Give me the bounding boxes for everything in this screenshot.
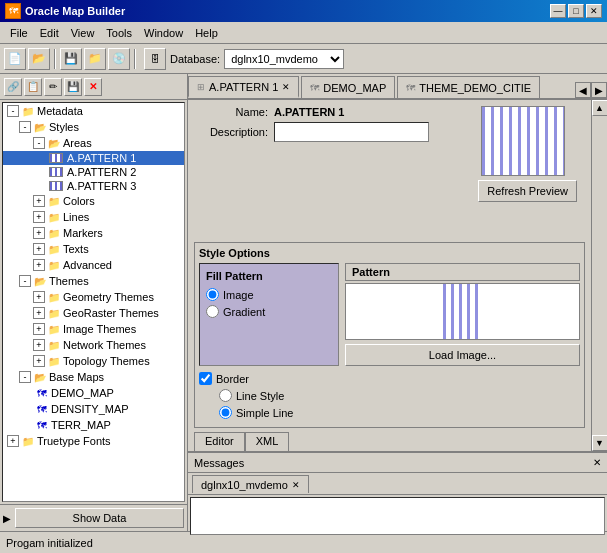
tree-node-metadata[interactable]: - 📁 Metadata — [3, 103, 184, 119]
tree-node-demo-map[interactable]: 🗺 DEMO_MAP — [3, 385, 184, 401]
new-button[interactable]: 📄 — [4, 48, 26, 70]
maximize-button[interactable]: □ — [568, 4, 584, 18]
db-dropdown[interactable]: dglnx10_mvdemo — [224, 49, 344, 69]
folder-button[interactable]: 📁 — [84, 48, 106, 70]
tree-node-topology-themes[interactable]: + 📁 Topology Themes — [3, 353, 184, 369]
expand-markers[interactable]: + — [33, 227, 45, 239]
status-text: Progam initialized — [6, 537, 93, 549]
tree-node-image-themes[interactable]: + 📁 Image Themes — [3, 321, 184, 337]
border-checkbox-row: Border — [199, 372, 580, 385]
msg-tab-db[interactable]: dglnx10_mvdemo ✕ — [192, 475, 309, 493]
menu-edit[interactable]: Edit — [34, 25, 65, 41]
description-input[interactable] — [274, 122, 429, 142]
folder-colors-icon: 📁 — [47, 194, 61, 208]
map-terr-icon: 🗺 — [35, 418, 49, 432]
tree-node-styles[interactable]: - 📂 Styles — [3, 119, 184, 135]
tree-node-texts[interactable]: + 📁 Texts — [3, 241, 184, 257]
tree-node-georaster-themes[interactable]: + 📁 GeoRaster Themes — [3, 305, 184, 321]
radio-line-style[interactable] — [219, 389, 232, 402]
tree-node-terr-map[interactable]: 🗺 TERR_MAP — [3, 417, 184, 433]
radio-gradient[interactable] — [206, 305, 219, 318]
pattern-preview-inner — [482, 107, 564, 175]
tree-label-pattern2: A.PATTERN 2 — [67, 166, 136, 178]
tab-pattern1[interactable]: ⊞ A.PATTERN 1 ✕ — [188, 76, 299, 98]
menu-tools[interactable]: Tools — [100, 25, 138, 41]
expand-areas[interactable]: - — [33, 137, 45, 149]
tree-label-pattern1: A.PATTERN 1 — [67, 152, 136, 164]
tab-demo-map[interactable]: 🗺 DEMO_MAP — [301, 76, 395, 98]
show-data-button[interactable]: Show Data — [15, 508, 184, 528]
expand-lines[interactable]: + — [33, 211, 45, 223]
tab-pattern1-close[interactable]: ✕ — [282, 82, 290, 92]
load-image-button[interactable]: Load Image... — [345, 344, 580, 366]
close-button[interactable]: ✕ — [586, 4, 602, 18]
menu-help[interactable]: Help — [189, 25, 224, 41]
style-options-group: Style Options Fill Pattern Image Gradi — [194, 242, 585, 428]
tree-node-advanced[interactable]: + 📁 Advanced — [3, 257, 184, 273]
expand-themes[interactable]: - — [19, 275, 31, 287]
radio-gradient-label: Gradient — [223, 306, 265, 318]
expand-image-themes[interactable]: + — [33, 323, 45, 335]
tree-node-colors[interactable]: + 📁 Colors — [3, 193, 184, 209]
tree-node-pattern3[interactable]: A.PATTERN 3 — [3, 179, 184, 193]
radio-simple-line[interactable] — [219, 406, 232, 419]
border-checkbox[interactable] — [199, 372, 212, 385]
tree-btn-2[interactable]: 📋 — [24, 78, 42, 96]
tree-node-density-map[interactable]: 🗺 DENSITY_MAP — [3, 401, 184, 417]
tree-node-lines[interactable]: + 📁 Lines — [3, 209, 184, 225]
folder-basemaps-icon: 📂 — [33, 370, 47, 384]
expand-georaster-themes[interactable]: + — [33, 307, 45, 319]
tree-node-basemaps[interactable]: - 📂 Base Maps — [3, 369, 184, 385]
disk-button[interactable]: 💿 — [108, 48, 130, 70]
tab-nav-right[interactable]: ▶ — [591, 82, 607, 98]
tree-node-geo-themes[interactable]: + 📁 Geometry Themes — [3, 289, 184, 305]
tree-node-network-themes[interactable]: + 📁 Network Themes — [3, 337, 184, 353]
tree-btn-4[interactable]: 💾 — [64, 78, 82, 96]
expand-network-themes[interactable]: + — [33, 339, 45, 351]
show-data-icon: ▶ — [3, 513, 11, 524]
scroll-up-button[interactable]: ▲ — [592, 100, 608, 116]
messages-close-icon[interactable]: ✕ — [593, 457, 601, 468]
tree-node-fonts[interactable]: + 📁 Truetype Fonts — [3, 433, 184, 449]
expand-basemaps[interactable]: - — [19, 371, 31, 383]
tree-btn-delete[interactable]: ✕ — [84, 78, 102, 96]
tree-node-markers[interactable]: + 📁 Markers — [3, 225, 184, 241]
tab-pattern1-grid-icon: ⊞ — [197, 82, 205, 92]
tab-theme-demo[interactable]: 🗺 THEME_DEMO_CITIE — [397, 76, 540, 98]
folder-texts-icon: 📁 — [47, 242, 61, 256]
tab-editor[interactable]: Editor — [194, 432, 245, 451]
expand-styles[interactable]: - — [19, 121, 31, 133]
expand-metadata[interactable]: - — [7, 105, 19, 117]
title-bar-controls: — □ ✕ — [550, 4, 602, 18]
open-button[interactable]: 📂 — [28, 48, 50, 70]
tree-node-themes[interactable]: - 📂 Themes — [3, 273, 184, 289]
expand-advanced[interactable]: + — [33, 259, 45, 271]
tree-label-image-themes: Image Themes — [63, 323, 136, 335]
toolbar: 📄 📂 💾 📁 💿 🗄 Database: dglnx10_mvdemo — [0, 44, 607, 74]
tree-node-areas[interactable]: - 📂 Areas — [3, 135, 184, 151]
refresh-preview-button[interactable]: Refresh Preview — [478, 180, 577, 202]
menu-view[interactable]: View — [65, 25, 101, 41]
expand-topology-themes[interactable]: + — [33, 355, 45, 367]
tab-xml[interactable]: XML — [245, 432, 290, 451]
expand-geo-themes[interactable]: + — [33, 291, 45, 303]
radio-image[interactable] — [206, 288, 219, 301]
content-wrapper: Name: A.PATTERN 1 Description: Refresh P… — [188, 100, 607, 451]
tab-nav-left[interactable]: ◀ — [575, 82, 591, 98]
tree-label-areas: Areas — [63, 137, 92, 149]
tree-btn-1[interactable]: 🔗 — [4, 78, 22, 96]
tree-btn-3[interactable]: ✏ — [44, 78, 62, 96]
scroll-down-button[interactable]: ▼ — [592, 435, 608, 451]
title-bar-left: 🗺 Oracle Map Builder — [5, 3, 125, 19]
expand-colors[interactable]: + — [33, 195, 45, 207]
expand-texts[interactable]: + — [33, 243, 45, 255]
tree-node-pattern1[interactable]: A.PATTERN 1 — [3, 151, 184, 165]
msg-tab-close[interactable]: ✕ — [292, 480, 300, 490]
menu-window[interactable]: Window — [138, 25, 189, 41]
minimize-button[interactable]: — — [550, 4, 566, 18]
tree-node-pattern2[interactable]: A.PATTERN 2 — [3, 165, 184, 179]
expand-fonts[interactable]: + — [7, 435, 19, 447]
map-demo-icon: 🗺 — [35, 386, 49, 400]
save-button[interactable]: 💾 — [60, 48, 82, 70]
menu-file[interactable]: File — [4, 25, 34, 41]
